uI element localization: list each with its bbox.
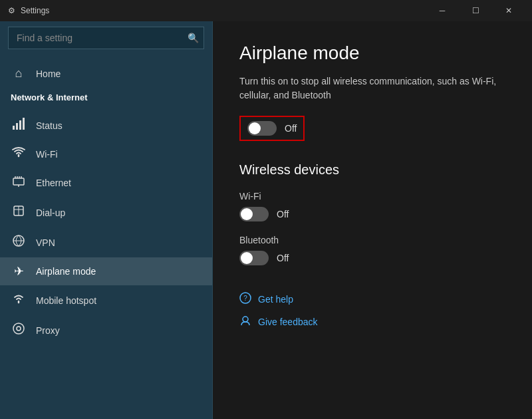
sidebar-section-title: Network & Internet: [0, 87, 212, 110]
svg-text:?: ?: [243, 295, 247, 302]
wifi-wireless-item: Wi-Fi Off: [239, 191, 505, 221]
sidebar-item-label-vpn: VPN: [36, 237, 55, 248]
wifi-toggle[interactable]: [239, 207, 269, 221]
airplane-toggle[interactable]: [247, 121, 277, 136]
sidebar-item-label-hotspot: Mobile hotspot: [36, 295, 96, 306]
maximize-button[interactable]: ☐: [460, 0, 491, 21]
wifi-icon: [11, 147, 27, 161]
sidebar-item-label-dialup: Dial-up: [36, 208, 65, 218]
titlebar-controls: ─ ☐ ✕: [427, 0, 524, 21]
wireless-section-title: Wireless devices: [239, 162, 505, 178]
sidebar-item-label-ethernet: Ethernet: [36, 178, 71, 188]
ethernet-icon: [11, 174, 27, 191]
sidebar-item-proxy[interactable]: Proxy: [0, 315, 212, 345]
bluetooth-toggle-label: Off: [277, 253, 289, 263]
svg-rect-0: [13, 126, 15, 130]
titlebar: ⚙ Settings ─ ☐ ✕: [0, 0, 532, 21]
airplane-toggle-knob: [249, 122, 261, 134]
bluetooth-toggle-knob: [241, 252, 253, 264]
sidebar: 🔍 ⌂ Home Network & Internet Status: [0, 21, 213, 419]
sidebar-item-home[interactable]: ⌂ Home: [0, 60, 212, 87]
give-feedback-icon: [239, 315, 251, 329]
svg-rect-4: [13, 178, 24, 185]
bluetooth-toggle-row: Off: [239, 251, 505, 265]
page-title: Airplane mode: [239, 43, 505, 64]
give-feedback-link[interactable]: Give feedback: [239, 315, 505, 329]
sidebar-item-dialup[interactable]: Dial-up: [0, 198, 212, 227]
bluetooth-toggle[interactable]: [239, 251, 269, 265]
home-icon: ⌂: [11, 67, 27, 80]
links-section: ? Get help Give feedback: [239, 292, 505, 329]
app-icon: ⚙: [8, 6, 15, 15]
proxy-icon: [11, 322, 27, 339]
sidebar-item-airplane[interactable]: ✈ Airplane mode: [0, 257, 212, 285]
sidebar-item-label-wifi: Wi-Fi: [36, 149, 58, 160]
bluetooth-wireless-item: Bluetooth Off: [239, 235, 505, 265]
svg-point-15: [13, 323, 24, 334]
sidebar-item-wifi[interactable]: Wi-Fi: [0, 140, 212, 168]
sidebar-item-label-home: Home: [36, 69, 61, 79]
app-title: Settings: [21, 6, 49, 15]
get-help-icon: ?: [239, 292, 251, 307]
airplane-icon: ✈: [11, 264, 27, 279]
svg-rect-1: [16, 123, 18, 130]
titlebar-left: ⚙ Settings: [8, 6, 49, 15]
description: Turn this on to stop all wireless commun…: [239, 74, 505, 102]
get-help-link[interactable]: ? Get help: [239, 292, 505, 307]
airplane-toggle-label: Off: [285, 123, 297, 134]
svg-point-16: [17, 327, 21, 331]
get-help-label: Get help: [258, 294, 293, 305]
wifi-toggle-knob: [241, 208, 253, 220]
sidebar-item-label-status: Status: [36, 120, 63, 131]
svg-rect-2: [19, 120, 21, 130]
give-feedback-label: Give feedback: [258, 317, 318, 327]
svg-point-19: [243, 317, 248, 322]
sidebar-item-status[interactable]: Status: [0, 110, 212, 140]
main-content: Airplane mode Turn this on to stop all w…: [213, 21, 532, 419]
hotspot-icon: [11, 292, 27, 309]
app-container: 🔍 ⌂ Home Network & Internet Status: [0, 21, 532, 419]
wifi-toggle-row: Off: [239, 207, 505, 221]
svg-rect-3: [23, 118, 25, 130]
sidebar-item-vpn[interactable]: VPN: [0, 227, 212, 257]
wifi-wireless-label: Wi-Fi: [239, 191, 505, 202]
search-icon: 🔍: [188, 33, 199, 43]
wifi-toggle-label: Off: [277, 209, 289, 219]
sidebar-item-hotspot[interactable]: Mobile hotspot: [0, 285, 212, 315]
sidebar-item-label-proxy: Proxy: [36, 325, 60, 336]
sidebar-item-label-airplane: Airplane mode: [36, 266, 96, 277]
minimize-button[interactable]: ─: [427, 0, 458, 21]
vpn-icon: [11, 234, 27, 251]
search-input[interactable]: [8, 27, 204, 49]
dialup-icon: [11, 204, 27, 221]
status-icon: [11, 117, 27, 134]
search-container: 🔍: [8, 27, 204, 49]
airplane-toggle-highlight: Off: [239, 116, 305, 141]
sidebar-item-ethernet[interactable]: Ethernet: [0, 168, 212, 198]
bluetooth-wireless-label: Bluetooth: [239, 235, 505, 245]
close-button[interactable]: ✕: [493, 0, 524, 21]
